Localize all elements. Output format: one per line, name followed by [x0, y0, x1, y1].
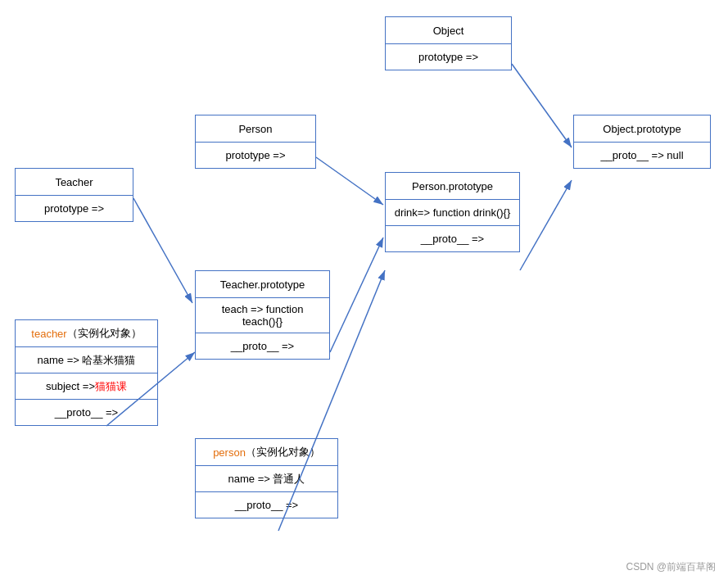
teacher-prototype-box: Teacher.prototype teach => function teac… — [195, 270, 330, 360]
object-title: Object — [386, 17, 511, 43]
teacher-box: Teacher prototype => — [15, 168, 133, 222]
svg-line-4 — [330, 238, 383, 352]
teacher-title: Teacher — [16, 169, 133, 195]
diagram-container: Teacher prototype => teacher（实例化对象） name… — [0, 0, 728, 584]
person-instance-proto: __proto__ => — [196, 491, 337, 518]
teacher-prototype-teach: teach => function teach(){} — [196, 297, 329, 333]
svg-line-1 — [133, 198, 192, 303]
teacher-prototype-proto: __proto__ => — [196, 333, 329, 359]
object-prototype-null: __proto__ => null — [574, 142, 710, 168]
teacher-instance-subject: subject => 猫猫课 — [16, 373, 157, 399]
person-instance-title: person（实例化对象） — [196, 439, 337, 465]
person-prototype-proto: __proto__ => — [386, 225, 519, 251]
svg-line-7 — [520, 180, 572, 270]
watermark: CSDN @前端百草阁 — [626, 560, 716, 574]
arrows-svg — [0, 0, 728, 584]
teacher-instance-proto: __proto__ => — [16, 399, 157, 425]
svg-line-3 — [316, 157, 383, 205]
person-instance-box: person（实例化对象） name => 普通人 __proto__ => — [195, 438, 338, 518]
person-instance-name: name => 普通人 — [196, 465, 337, 491]
person-prototype-drink: drink=> function drink(){} — [386, 199, 519, 225]
person-prototype-title: Person.prototype — [386, 173, 519, 199]
teacher-instance-name: name => 哈基米猫猫 — [16, 346, 157, 373]
teacher-prototype-title: Teacher.prototype — [196, 271, 329, 297]
teacher-prototype: prototype => — [16, 195, 133, 221]
object-prototype-box: Object.prototype __proto__ => null — [573, 115, 711, 169]
person-title: Person — [196, 115, 315, 142]
svg-line-6 — [512, 64, 572, 147]
teacher-instance-title: teacher（实例化对象） — [16, 320, 157, 346]
person-prototype: prototype => — [196, 142, 315, 168]
object-prototype: prototype => — [386, 43, 511, 70]
object-prototype-title: Object.prototype — [574, 115, 710, 142]
teacher-instance-box: teacher（实例化对象） name => 哈基米猫猫 subject => … — [15, 319, 158, 426]
person-box: Person prototype => — [195, 115, 316, 169]
person-prototype-box: Person.prototype drink=> function drink(… — [385, 172, 520, 252]
object-box: Object prototype => — [385, 16, 512, 70]
